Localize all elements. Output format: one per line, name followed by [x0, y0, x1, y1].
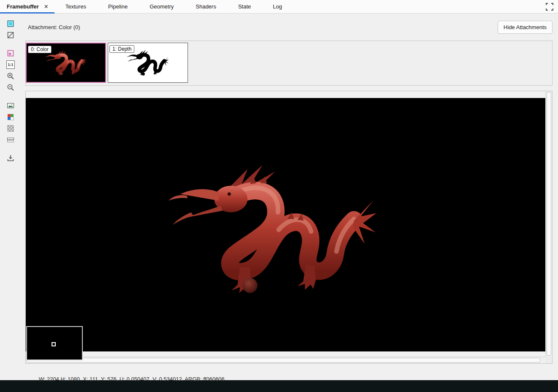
attachment-thumb-color-label: 0: Color [28, 46, 52, 53]
fullscreen-icon[interactable] [545, 3, 554, 11]
status-text: W: 2204 H: 1080 X: 111, Y: 576, U: 0.050… [39, 376, 225, 382]
app-body: 1:1 Attachment: Color (0) Hide Attachmen… [0, 14, 558, 380]
status-bar: W: 2204 H: 1080 X: 111, Y: 576, U: 0.050… [25, 364, 553, 380]
hide-attachments-button[interactable]: Hide Attachments [498, 21, 553, 34]
tab-geometry[interactable]: Geometry [139, 0, 185, 13]
attachment-thumb-depth[interactable]: 1: Depth [108, 43, 188, 83]
attachment-label: Attachment: Color (0) [28, 24, 80, 30]
texture-viewer-toolbar: 1:1 [0, 14, 21, 380]
pixel-context-preview [26, 326, 83, 360]
tab-pipeline[interactable]: Pipeline [97, 0, 139, 13]
main-panel: Attachment: Color (0) Hide Attachments 0… [21, 14, 558, 380]
vertical-scrollbar[interactable] [545, 91, 552, 357]
tab-textures[interactable]: Textures [54, 0, 97, 13]
range-bar-button[interactable] [6, 136, 15, 144]
horizontal-scrollbar-thumb[interactable] [27, 358, 540, 362]
tab-framebuffer[interactable]: Framebuffer ✕ [0, 0, 54, 13]
attachment-header: Attachment: Color (0) Hide Attachments [25, 20, 553, 34]
vertical-scrollbar-thumb[interactable] [547, 92, 551, 356]
horizontal-scrollbar[interactable] [26, 357, 545, 363]
zoom-out-icon[interactable] [6, 83, 15, 92]
zoom-in-icon[interactable] [6, 72, 15, 80]
picked-pixel-marker [52, 342, 56, 346]
texture-viewport [25, 91, 553, 364]
checkerboard-background-button[interactable] [6, 124, 15, 133]
tab-state[interactable]: State [227, 0, 262, 13]
no-background-button[interactable] [6, 31, 15, 39]
tab-shaders[interactable]: Shaders [185, 0, 227, 13]
save-texture-button[interactable] [6, 154, 15, 162]
scrollbar-corner [545, 357, 552, 363]
channels-button[interactable] [6, 113, 15, 121]
attachments-strip: 0: Color 1: Depth [25, 41, 553, 86]
attachment-thumb-depth-label: 1: Depth [109, 45, 134, 53]
tab-bar: Framebuffer ✕ Textures Pipeline Geometry… [0, 0, 558, 14]
zoom-1to1-button[interactable]: 1:1 [6, 60, 15, 69]
highlight-swatch-button[interactable] [6, 49, 15, 57]
close-tab-icon[interactable]: ✕ [44, 4, 49, 9]
dragon-render [169, 160, 376, 299]
background-color-button[interactable] [6, 19, 15, 28]
tab-log[interactable]: Log [262, 0, 293, 13]
attachment-thumb-color[interactable]: 0: Color [26, 43, 106, 83]
render-canvas[interactable] [26, 98, 545, 351]
tab-framebuffer-label: Framebuffer [7, 3, 39, 10]
fit-image-button[interactable] [6, 101, 15, 110]
